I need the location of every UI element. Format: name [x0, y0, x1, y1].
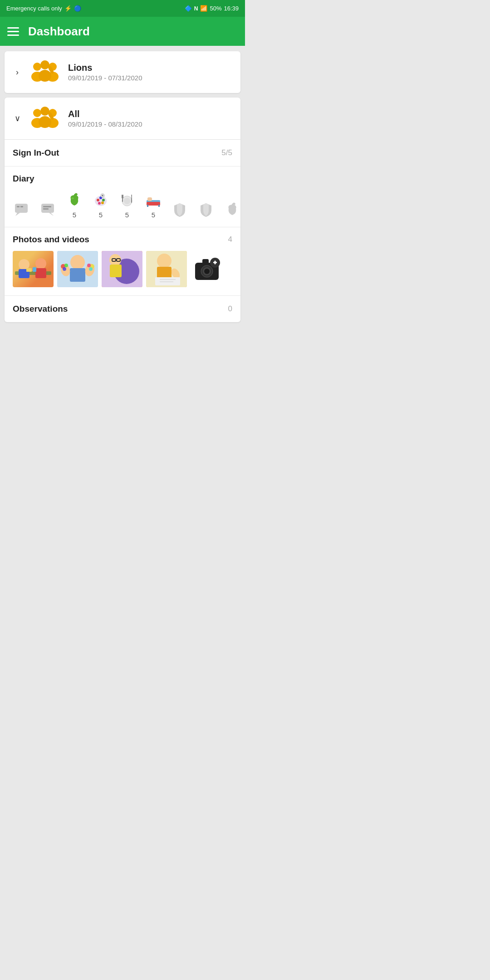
sign-in-out-label: Sign In-Out — [13, 148, 59, 158]
svg-rect-16 — [20, 206, 23, 207]
sleep-icon — [144, 191, 162, 209]
svg-rect-35 — [122, 195, 122, 198]
svg-rect-19 — [43, 206, 51, 207]
status-left: Emergency calls only ⚡ 🔵 — [6, 5, 81, 12]
photos-grid — [13, 251, 232, 287]
chat-alt-icon — [39, 201, 57, 219]
shield1-icon — [171, 201, 189, 219]
svg-point-29 — [98, 202, 101, 205]
svg-point-57 — [63, 267, 66, 271]
photo-4[interactable] — [146, 251, 187, 287]
svg-point-31 — [102, 195, 103, 196]
lions-group-info: Lions 09/01/2019 - 07/31/2020 — [68, 63, 142, 82]
all-group-info: All 09/01/2019 - 08/31/2020 — [68, 109, 142, 128]
diary-title: Diary — [13, 174, 232, 184]
svg-point-60 — [87, 264, 91, 267]
all-group-dates: 09/01/2019 - 08/31/2020 — [68, 120, 142, 128]
svg-point-70 — [157, 254, 172, 268]
diary-palette-item[interactable]: 5 — [92, 191, 110, 219]
apple2-icon — [223, 201, 241, 219]
sign-in-out-count: 5/5 — [221, 148, 232, 157]
svg-rect-36 — [123, 195, 123, 198]
add-photo-button[interactable] — [192, 255, 221, 284]
time-text: 16:39 — [224, 5, 239, 12]
page-title: Dashboard — [28, 24, 90, 39]
diary-chat-alt-item[interactable] — [39, 201, 57, 219]
svg-point-12 — [39, 116, 51, 128]
hamburger-menu[interactable] — [7, 27, 19, 36]
all-group-name: All — [68, 109, 142, 119]
observations-count: 0 — [228, 304, 232, 314]
lions-group-card[interactable]: › Lions 09/01/2 — [5, 51, 240, 93]
all-people-svg — [29, 105, 61, 132]
status-right: 🔷 N 📶 50% 16:39 — [185, 5, 239, 12]
palette-icon — [92, 191, 110, 209]
svg-rect-80 — [202, 259, 209, 264]
shield2-icon — [197, 201, 215, 219]
apple-count: 5 — [73, 211, 76, 219]
svg-rect-15 — [17, 206, 20, 207]
svg-marker-17 — [15, 213, 20, 216]
svg-point-11 — [40, 107, 49, 116]
lions-chevron-icon: › — [13, 68, 22, 77]
wifi-icon: 📶 — [200, 5, 207, 12]
svg-rect-73 — [155, 277, 180, 285]
lions-group-icon — [29, 59, 61, 86]
lions-group-name: Lions — [68, 63, 142, 73]
svg-rect-20 — [43, 208, 49, 210]
all-group-header[interactable]: ∨ All 09/01/2019 - 08/31/2020 — [5, 98, 240, 140]
svg-rect-41 — [147, 205, 148, 207]
photo-1[interactable] — [13, 251, 54, 287]
photos-title: Photos and videos — [13, 235, 89, 245]
photo-2[interactable] — [57, 251, 98, 287]
diary-meal-item[interactable]: 5 — [118, 191, 136, 219]
svg-rect-83 — [215, 261, 216, 265]
battery-text: 50% — [210, 5, 221, 12]
photos-count: 4 — [228, 235, 232, 244]
sleep-count: 5 — [152, 211, 155, 219]
svg-rect-39 — [147, 197, 152, 201]
svg-point-56 — [64, 264, 68, 267]
svg-rect-49 — [26, 268, 32, 272]
diary-sleep-item[interactable]: 5 — [144, 191, 162, 219]
usb-icon: ⚡ — [64, 5, 72, 12]
svg-point-27 — [102, 199, 105, 201]
observations-row[interactable]: Observations 0 — [5, 296, 240, 322]
all-group-card: ∨ All 09/01/2019 - 08/31/2020 Sign In-O — [5, 98, 240, 322]
observations-label: Observations — [13, 304, 68, 314]
svg-point-33 — [124, 198, 130, 204]
shield-status-icon: 🔵 — [74, 5, 81, 12]
svg-point-28 — [101, 201, 104, 204]
diary-health2-item[interactable] — [197, 201, 215, 219]
diary-health1-item[interactable] — [171, 201, 189, 219]
lions-group-row[interactable]: › Lions 09/01/2 — [5, 51, 240, 93]
svg-marker-21 — [49, 213, 54, 216]
svg-point-25 — [97, 199, 99, 201]
diary-chat-item[interactable] — [13, 201, 31, 219]
svg-rect-14 — [15, 204, 28, 213]
svg-rect-50 — [33, 267, 36, 272]
all-group-icon — [29, 105, 61, 132]
all-chevron-icon: ∨ — [13, 113, 22, 123]
svg-point-23 — [71, 197, 74, 199]
diary-apple2-item[interactable] — [223, 201, 241, 219]
add-photo-icon — [192, 255, 221, 284]
photos-videos-section: Photos and videos 4 — [5, 227, 240, 296]
diary-icons-row: 5 — [13, 191, 232, 219]
palette-count: 5 — [99, 211, 103, 219]
apple-icon — [65, 191, 83, 209]
photos-header: Photos and videos 4 — [13, 235, 232, 245]
lions-group-dates: 09/01/2019 - 07/31/2020 — [68, 74, 142, 82]
svg-rect-53 — [70, 268, 85, 282]
svg-point-0 — [33, 63, 41, 71]
svg-point-7 — [33, 109, 41, 117]
meal-count: 5 — [125, 211, 129, 219]
hamburger-line-2 — [7, 31, 19, 32]
hamburger-line-3 — [7, 34, 19, 36]
photo-3[interactable] — [102, 251, 142, 287]
svg-rect-34 — [122, 195, 123, 202]
diary-apple-item[interactable]: 5 — [65, 191, 83, 219]
sign-in-out-row[interactable]: Sign In-Out 5/5 — [5, 140, 240, 167]
svg-point-47 — [35, 258, 46, 269]
svg-point-52 — [70, 255, 85, 270]
